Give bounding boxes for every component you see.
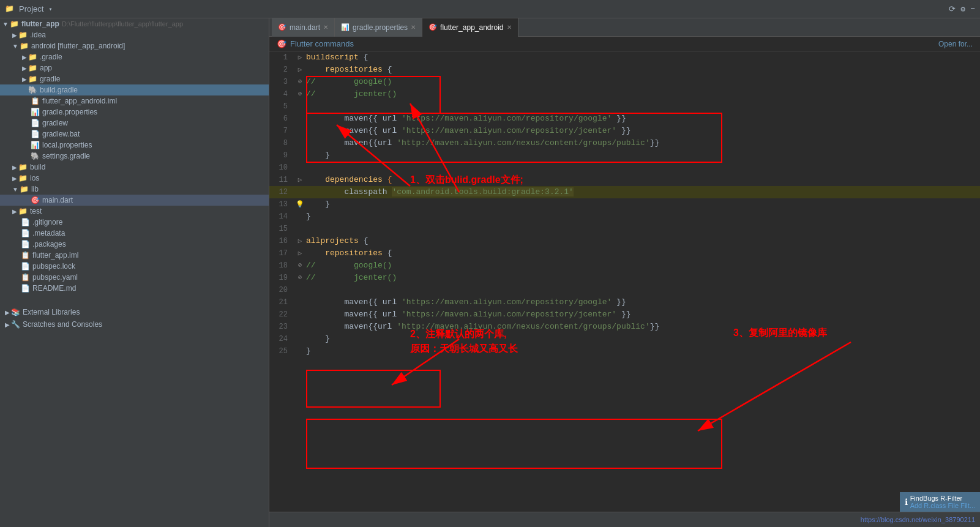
tab-flutter-android-close[interactable]: ✕ (507, 24, 512, 31)
sidebar-item-test[interactable]: ▶ 📁 test (0, 206, 269, 217)
sidebar-item-scratches[interactable]: ▶ 🔧 Scratches and Consoles (0, 318, 269, 331)
ext-lib-label: External Libraries (23, 308, 80, 316)
sidebar-item-gradle-folder[interactable]: ▶ 📁 gradle (0, 73, 269, 84)
ios-arrow: ▶ (12, 175, 17, 182)
sidebar-item-pubspec-lock[interactable]: 📄 pubspec.lock (0, 261, 269, 272)
line-gutter-13: 💡 (294, 198, 306, 211)
findbugs-badge[interactable]: ℹ FindBugs R-Filter Add R.class File Fil… (900, 492, 980, 512)
line-code-1: buildscript { (306, 51, 980, 64)
code-line-9: 9 } (269, 149, 980, 162)
line-code-15 (306, 223, 980, 235)
sidebar-item-lib[interactable]: ▼ 📁 lib (0, 184, 269, 195)
toolbar-icons: ⟳ ⚙ − (949, 4, 975, 14)
line-num-14: 14 (269, 211, 294, 223)
sidebar-item-gradlew-bat[interactable]: 📄 gradlew.bat (0, 129, 269, 140)
project-label[interactable]: Project (19, 4, 43, 13)
line-gutter-17: ▷ (294, 247, 306, 260)
sidebar-item-packages[interactable]: 📄 .packages (0, 239, 269, 250)
sidebar-item-app-iml[interactable]: 📋 flutter_app.iml (0, 250, 269, 261)
code-area[interactable]: 1、双击bulid.gradle文件; 2、注释默认的两个库,原因：天朝长城又高… (269, 51, 980, 512)
minimize-icon[interactable]: − (970, 4, 975, 14)
line-num-13: 13 (269, 198, 294, 211)
settings-gradle-icon: 🐘 (31, 152, 40, 160)
settings-gradle-label: settings.gradle (42, 152, 90, 160)
findbugs-icon: ℹ (905, 497, 908, 507)
sidebar-item-gradle-props[interactable]: 📊 gradle.properties (0, 107, 269, 118)
line-code-22: maven{{ url 'https://maven.aliyun.com/re… (306, 308, 980, 321)
sync-icon[interactable]: ⟳ (949, 4, 956, 14)
line-code-20 (306, 284, 980, 296)
code-line-3: 3 ⊘ // google() (269, 76, 980, 88)
main-layout: ▼ 📁 flutter_app D:\Flutter\flutterpp\flu… (0, 18, 980, 527)
line-num-1: 1 (269, 51, 294, 64)
findbugs-label: FindBugs R-Filter (910, 495, 975, 502)
sidebar-item-local-props[interactable]: 📊 local.properties (0, 140, 269, 151)
sidebar-item-external-libraries[interactable]: ▶ 📚 External Libraries (0, 306, 269, 318)
sidebar-item-app[interactable]: ▶ 📁 app (0, 62, 269, 73)
settings-icon[interactable]: ⚙ (960, 4, 965, 14)
code-line-6: 6 maven{{ url 'https://maven.aliyun.com/… (269, 113, 980, 125)
app-iml-icon: 📋 (21, 251, 30, 260)
code-line-25: 25 } (269, 345, 980, 357)
line-num-10: 10 (269, 162, 294, 174)
sidebar-item-gitignore[interactable]: 📄 .gitignore (0, 217, 269, 228)
line-code-14: } (306, 211, 980, 223)
line-code-2: repositories { (306, 64, 980, 76)
gradlew-label: gradlew (42, 119, 68, 127)
gradle-folder-icon: 📁 (28, 75, 37, 83)
sidebar-item-readme[interactable]: 📄 README.md (0, 283, 269, 294)
tab-gradle-props-close[interactable]: ✕ (411, 24, 416, 31)
line-num-24: 24 (269, 333, 294, 345)
root-label: flutter_app (21, 20, 59, 28)
scratches-arrow: ▶ (5, 321, 10, 328)
test-arrow: ▶ (12, 208, 17, 215)
line-num-19: 19 (269, 272, 294, 284)
local-props-icon: 📊 (31, 141, 40, 149)
open-for-button[interactable]: Open for... (938, 40, 973, 48)
sidebar-item-build[interactable]: ▶ 📁 build (0, 162, 269, 173)
sidebar-item-android[interactable]: ▼ 📁 android [flutter_app_android] (0, 40, 269, 51)
ext-lib-icon: 📚 (11, 308, 20, 316)
code-line-7: 7 maven{{ url 'https://maven.aliyun.com/… (269, 125, 980, 137)
android-arrow: ▼ (12, 43, 18, 50)
tab-main-dart[interactable]: 🎯 main.dart ✕ (272, 18, 335, 37)
line-num-12: 12 (269, 186, 294, 198)
main-dart-icon: 🎯 (31, 196, 40, 204)
gitignore-label: .gitignore (32, 218, 62, 226)
app-icon: 📁 (28, 64, 37, 72)
sidebar-item-main-dart[interactable]: 🎯 main.dart (0, 195, 269, 206)
sidebar-item-ios[interactable]: ▶ 📁 ios (0, 173, 269, 184)
code-line-4: 4 ⊘ // jcenter() (269, 88, 980, 100)
sidebar-item-dotgradle[interactable]: ▶ 📁 .gradle (0, 51, 269, 62)
line-gutter-11: ▷ (294, 174, 306, 186)
tab-flutter-app-android[interactable]: 🎯 flutter_app_android ✕ (422, 18, 518, 37)
tab-main-dart-close[interactable]: ✕ (323, 24, 328, 31)
line-code-9: } (306, 149, 980, 162)
sidebar-item-metadata[interactable]: 📄 .metadata (0, 228, 269, 239)
line-code-19: // jcenter() (306, 272, 980, 284)
line-num-23: 23 (269, 321, 294, 333)
findbugs-sub-label[interactable]: Add R.class File Filt... (910, 502, 975, 509)
sidebar-item-build-gradle[interactable]: ▶ 🐘 build.gradle (0, 84, 269, 95)
tab-gradle-properties[interactable]: 📊 gradle.properties ✕ (335, 18, 422, 37)
code-line-12: 12 classpath 'com.android.tools.build:gr… (269, 186, 980, 198)
red-box-maven-bottom (306, 419, 722, 469)
line-num-17: 17 (269, 247, 294, 260)
line-num-9: 9 (269, 149, 294, 162)
sidebar-item-pubspec-yaml[interactable]: 📋 pubspec.yaml (0, 272, 269, 283)
metadata-label: .metadata (32, 229, 65, 237)
sidebar-item-gradlew[interactable]: 📄 gradlew (0, 118, 269, 129)
line-code-12: classpath 'com.android.tools.build:gradl… (306, 186, 980, 198)
project-icon: 📁 (5, 4, 14, 13)
build-arrow: ▶ (12, 164, 17, 171)
line-num-15: 15 (269, 223, 294, 235)
tree-root[interactable]: ▼ 📁 flutter_app D:\Flutter\flutterpp\flu… (0, 18, 269, 29)
sidebar-item-settings-gradle[interactable]: 🐘 settings.gradle (0, 151, 269, 162)
gradle-props-label: gradle.properties (42, 108, 97, 116)
code-line-14: 14 } (269, 211, 980, 223)
packages-icon: 📄 (21, 240, 30, 249)
sidebar-item-flutter-iml[interactable]: 📋 flutter_app_android.iml (0, 95, 269, 107)
sidebar-item-idea[interactable]: ▶ 📁 .idea (0, 29, 269, 40)
line-code-4: // jcenter() (306, 88, 980, 100)
project-dropdown-arrow[interactable]: ▾ (48, 6, 52, 13)
